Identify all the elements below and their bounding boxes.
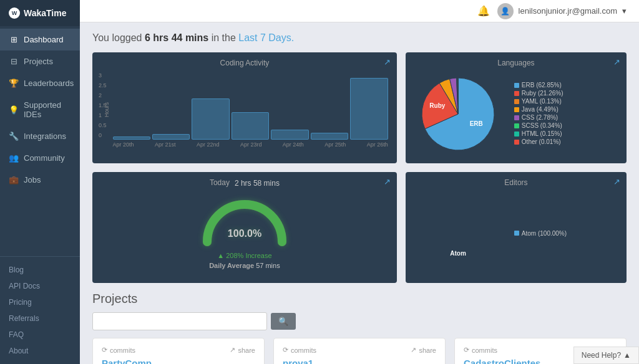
footer-link-pricing[interactable]: Pricing: [0, 294, 80, 310]
app-name: WakaTime: [24, 8, 66, 18]
sidebar-icon-integrations: 🔧: [9, 132, 19, 141]
coding-bar: [232, 112, 269, 140]
commits-label: commits: [110, 347, 135, 354]
lang-legend-item: HTML (0.15%): [514, 130, 563, 137]
logo-icon: W: [9, 7, 20, 19]
search-row: 🔍: [92, 312, 627, 330]
topbar: 🔔 👤 lenilsonjunior.jr@gmail.com ▾: [80, 0, 639, 22]
sidebar-item-leaderboards[interactable]: 🏆Leaderboards: [0, 72, 80, 94]
today-time: 2 hrs 58 mins: [235, 179, 280, 188]
project-cards: ⟳ commits ↗ share PartyComp 6 hrs 17 min…: [92, 338, 627, 364]
main-content: 🔔 👤 lenilsonjunior.jr@gmail.com ▾ You lo…: [80, 0, 639, 364]
need-help-icon: ▲: [623, 351, 631, 360]
coding-activity-title: Coding Activity: [99, 59, 391, 67]
sidebar-item-projects[interactable]: ⊟Projects: [0, 50, 80, 72]
coding-bar: [113, 136, 150, 140]
sidebar-label-projects: Projects: [24, 57, 53, 66]
charts-row-2: ↗ Today 2 hrs 58 mins 100.0% ▲ 208% Incr…: [92, 172, 627, 283]
coding-bar: [271, 130, 308, 140]
sidebar-label-integrations: Integrations: [24, 132, 66, 141]
summary-hours: 6 hrs 44 mins: [145, 32, 208, 43]
project-card: ⟳ commits ↗ share PartyComp 6 hrs 17 min…: [92, 338, 265, 364]
today-share-icon[interactable]: ↗: [384, 177, 391, 186]
sidebar-item-supported-ides[interactable]: 💡Supported IDEs: [0, 94, 80, 125]
commits-icon: ⟳: [283, 346, 288, 354]
footer-link-faq[interactable]: FAQ: [0, 327, 80, 343]
lang-legend-item: Other (0.01%): [514, 138, 563, 145]
user-email: lenilsonjunior.jr@gmail.com: [519, 6, 617, 16]
footer-link-referrals[interactable]: Referrals: [0, 310, 80, 327]
sidebar-icon-leaderboards: 🏆: [9, 79, 19, 88]
gauge-svg: 100.0%: [195, 192, 295, 248]
editors-legend: Atom (100.00%): [514, 230, 567, 238]
commits-label: commits: [291, 347, 316, 354]
commits-icon: ⟳: [102, 346, 107, 354]
sidebar-item-integrations[interactable]: 🔧Integrations: [0, 125, 80, 147]
languages-legend: ERB (62.85%)Ruby (21.26%)YAML (0.13%)Jav…: [514, 82, 563, 146]
user-menu[interactable]: 👤 lenilsonjunior.jr@gmail.com ▾: [497, 3, 627, 19]
sidebar-icon-jobs: 💼: [9, 175, 19, 184]
coding-bar: [192, 98, 229, 140]
notification-bell-icon[interactable]: 🔔: [477, 5, 490, 17]
project-search-button[interactable]: 🔍: [271, 313, 296, 330]
lang-legend-item: ERB (62.85%): [514, 82, 563, 89]
share-label: share: [238, 347, 255, 354]
project-search-input[interactable]: [92, 312, 267, 330]
sidebar: W WakaTime ⊞Dashboard⊟Projects🏆Leaderboa…: [0, 0, 80, 364]
lang-legend-item: YAML (0.13%): [514, 98, 563, 105]
need-help-button[interactable]: Need Help? ▲: [573, 347, 639, 364]
footer-link-blog[interactable]: Blog: [0, 262, 80, 278]
share-icon: ↗: [411, 346, 416, 354]
svg-text:Ruby: Ruby: [429, 102, 445, 109]
need-help-label: Need Help?: [582, 351, 621, 360]
project-card: ⟳ commits ↗ share prova1 18 mins: [273, 338, 446, 364]
languages-title: Languages: [412, 59, 620, 67]
sidebar-icon-supported-ides: 💡: [9, 105, 19, 115]
sidebar-icon-community: 👥: [9, 153, 19, 163]
coding-activity-share-icon[interactable]: ↗: [384, 57, 391, 67]
coding-bars: [110, 71, 391, 140]
languages-share-icon[interactable]: ↗: [613, 57, 620, 67]
sidebar-nav: ⊞Dashboard⊟Projects🏆Leaderboards💡Support…: [0, 26, 80, 256]
sidebar-label-dashboard: Dashboard: [24, 35, 64, 44]
sidebar-item-community[interactable]: 👥Community: [0, 147, 80, 169]
editors-title: Editors: [412, 178, 620, 187]
content-area: You logged 6 hrs 44 mins in the Last 7 D…: [80, 22, 639, 364]
share-icon: ↗: [230, 346, 235, 354]
coding-activity-card: Coding Activity ↗ 3 2.5 2 1.5 1 0.5 0 Ho…: [92, 52, 397, 163]
sidebar-item-jobs[interactable]: 💼Jobs: [0, 169, 80, 191]
sidebar-icon-dashboard: ⊞: [9, 35, 19, 44]
editors-legend-item: Atom (100.00%): [514, 230, 567, 237]
daily-avg: Daily Average 57 mins: [99, 262, 391, 269]
lang-legend-item: CSS (2.78%): [514, 114, 563, 121]
footer-link-about[interactable]: About: [0, 343, 80, 359]
coding-bar: [350, 78, 388, 140]
summary-period-link[interactable]: Last 7 Days.: [238, 32, 294, 43]
sidebar-icon-projects: ⊟: [9, 57, 19, 66]
commits-label: commits: [472, 347, 497, 354]
languages-pie-chart: ERBRuby: [414, 74, 508, 155]
gauge-area: 100.0%: [99, 192, 391, 248]
gauge-increase: ▲ 208% Increase: [99, 252, 391, 259]
summary-text: You logged 6 hrs 44 mins in the Last 7 D…: [92, 32, 627, 44]
lang-legend-item: Ruby (21.26%): [514, 90, 563, 97]
projects-section-title: Projects: [92, 292, 627, 306]
editors-card: Editors ↗ Atom Atom (100.00%): [406, 172, 627, 283]
languages-card: Languages ↗ ERBRuby ERB (62.85%)Ruby (21…: [406, 52, 627, 163]
app-logo: W WakaTime: [0, 0, 80, 26]
svg-text:100.0%: 100.0%: [228, 228, 261, 239]
project-name[interactable]: PartyComp: [102, 358, 255, 364]
charts-row-1: Coding Activity ↗ 3 2.5 2 1.5 1 0.5 0 Ho…: [92, 52, 627, 163]
sidebar-item-dashboard[interactable]: ⊞Dashboard: [0, 29, 80, 50]
project-name[interactable]: prova1: [283, 358, 436, 364]
coding-bar: [311, 133, 348, 140]
footer-link-api-docs[interactable]: API Docs: [0, 278, 80, 294]
avatar: 👤: [497, 3, 514, 19]
daily-avg-value: 57 mins: [256, 262, 280, 269]
commits-icon: ⟳: [464, 346, 469, 354]
summary-middle: in the: [212, 32, 236, 43]
editors-share-icon[interactable]: ↗: [613, 177, 620, 186]
svg-text:ERB: ERB: [469, 120, 482, 127]
user-menu-chevron: ▾: [622, 6, 627, 16]
languages-pie-area: ERBRuby ERB (62.85%)Ruby (21.26%)YAML (0…: [412, 71, 620, 157]
